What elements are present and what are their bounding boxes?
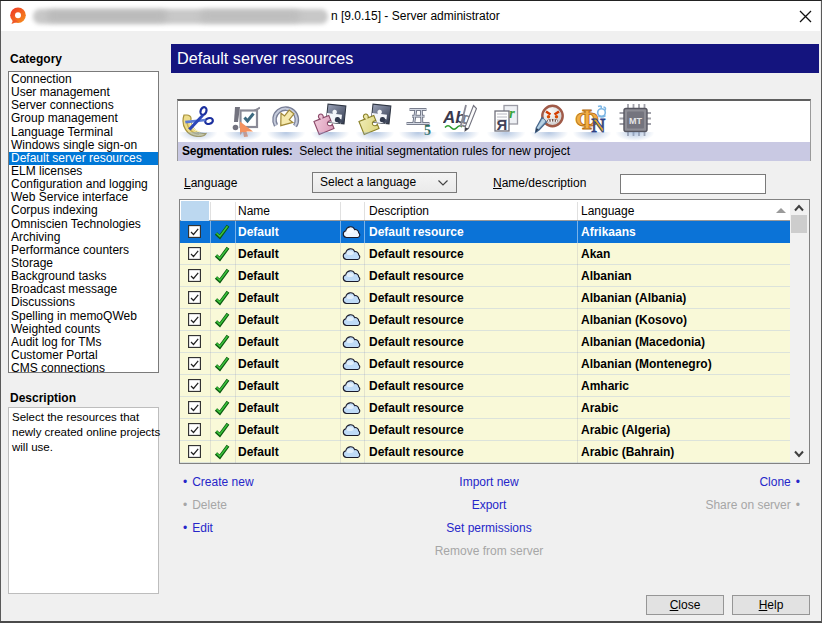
svg-text:r: r	[509, 105, 515, 121]
svg-text:MT: MT	[629, 116, 642, 126]
svg-text:Я: Я	[497, 116, 508, 133]
